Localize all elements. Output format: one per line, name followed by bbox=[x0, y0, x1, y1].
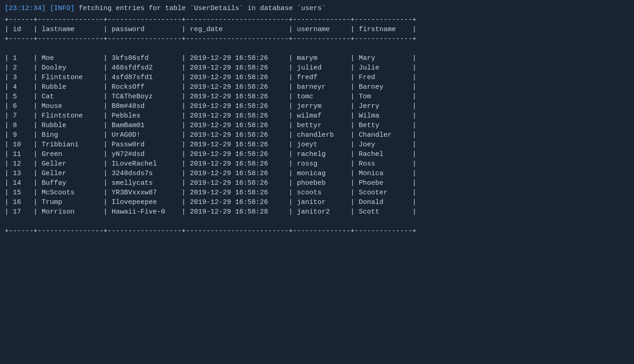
log-line-1: [23:12:34] [INFO] fetching entries for t… bbox=[5, 4, 629, 13]
terminal-window: [23:12:34] [INFO] fetching entries for t… bbox=[5, 4, 629, 236]
log-level: [INFO] bbox=[50, 5, 75, 12]
log-message: fetching entries for table `UserDetails`… bbox=[79, 5, 326, 12]
table-display: +------+----------------+---------------… bbox=[5, 15, 629, 236]
header-section: [23:12:34] [INFO] fetching entries for t… bbox=[5, 4, 629, 13]
data-table-wrapper: +------+----------------+---------------… bbox=[5, 15, 629, 236]
timestamp: [23:12:34] bbox=[5, 5, 46, 12]
